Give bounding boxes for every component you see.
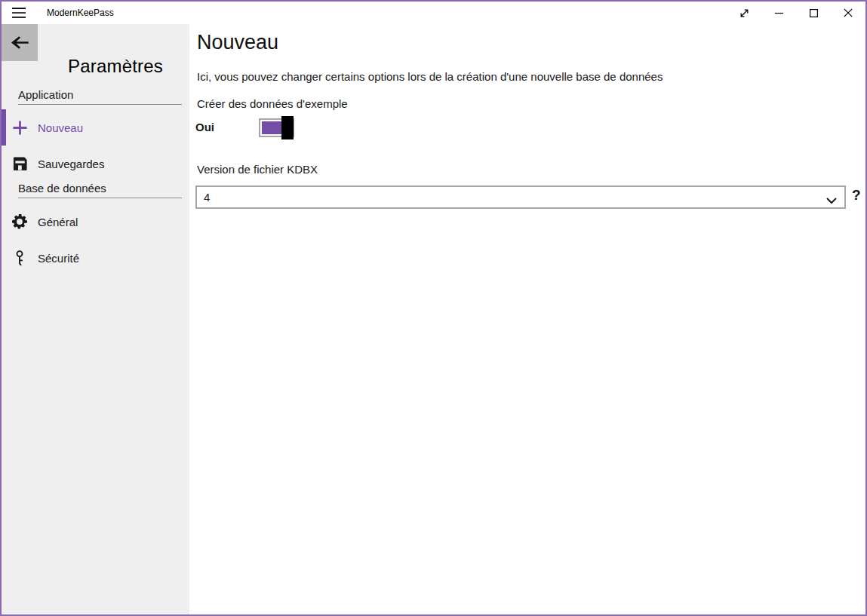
section-header-application: Application — [18, 88, 182, 105]
app-title: ModernKeePass — [47, 8, 114, 18]
fullscreen-icon — [739, 8, 750, 19]
kdbx-version-help[interactable]: ? — [852, 187, 861, 204]
kdbx-version-value: 4 — [204, 191, 210, 204]
section-header-base-de-donnees: Base de données — [18, 182, 182, 198]
chevron-down-icon — [826, 194, 837, 207]
sample-data-toggle[interactable] — [259, 118, 294, 137]
page-description: Ici, vous pouvez changer certains option… — [197, 70, 663, 83]
app-window: ModernKeePass — [0, 0, 867, 616]
sidebar-item-sauvegardes[interactable]: Sauvegardes — [2, 146, 189, 182]
hamburger-menu-button[interactable] — [2, 2, 36, 24]
key-icon — [2, 250, 38, 266]
window-controls — [727, 2, 865, 24]
sidebar-item-label: Sécurité — [38, 252, 79, 265]
fullscreen-button[interactable] — [727, 2, 761, 24]
kdbx-version-select[interactable]: 4 — [195, 185, 846, 209]
sidebar-item-label: Sauvegardes — [38, 158, 104, 170]
sidebar-item-label: Général — [38, 216, 78, 228]
maximize-icon — [810, 9, 818, 17]
sidebar-item-nouveau[interactable]: Nouveau — [2, 109, 189, 146]
save-icon — [2, 157, 38, 171]
gear-icon — [2, 214, 38, 229]
toggle-thumb[interactable] — [281, 116, 294, 139]
sidebar-item-general[interactable]: Général — [2, 204, 189, 240]
sample-data-label: Créer des données d'exemple — [197, 97, 348, 110]
close-button[interactable] — [831, 2, 865, 24]
minimize-button[interactable] — [761, 2, 796, 24]
back-arrow-icon — [11, 36, 29, 49]
maximize-button[interactable] — [796, 2, 831, 24]
close-icon — [844, 8, 853, 17]
minimize-icon — [775, 9, 783, 17]
settings-page-nouveau: Nouveau Ici, vous pouvez changer certain… — [189, 24, 865, 614]
page-title: Nouveau — [197, 31, 278, 54]
back-button[interactable] — [2, 24, 38, 61]
toggle-state-label: Oui — [195, 121, 214, 133]
hamburger-icon — [12, 8, 26, 18]
settings-sidebar: Paramètres Application Nouveau Sauvegard… — [2, 24, 189, 614]
sidebar-title: Paramètres — [68, 56, 163, 77]
plus-icon — [2, 121, 38, 135]
sidebar-item-label: Nouveau — [38, 121, 83, 134]
kdbx-version-label: Version de fichier KDBX — [197, 163, 318, 176]
titlebar: ModernKeePass — [2, 2, 865, 24]
sidebar-item-securite[interactable]: Sécurité — [2, 240, 189, 276]
